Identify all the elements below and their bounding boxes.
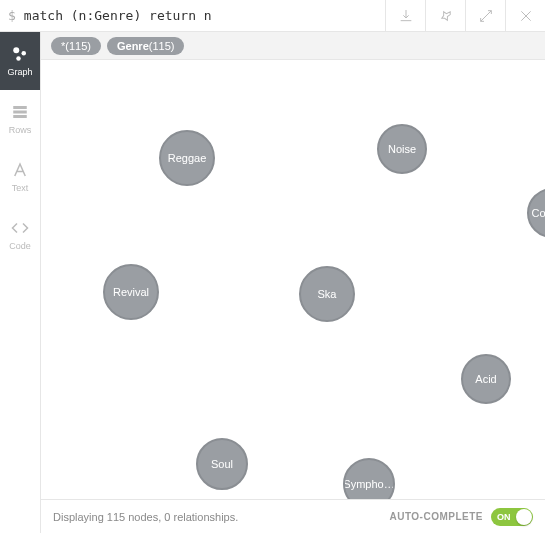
main-area: Graph Rows Text Code *(115) Genre(115) R… — [0, 32, 545, 533]
pin-button[interactable] — [425, 0, 465, 32]
code-icon — [11, 219, 29, 237]
download-button[interactable] — [385, 0, 425, 32]
pill-genre-name: Genre — [117, 40, 149, 52]
footer-bar: Displaying 115 nodes, 0 relationships. A… — [41, 499, 545, 533]
query-bar: $ — [0, 0, 545, 32]
status-text: Displaying 115 nodes, 0 relationships. — [53, 511, 389, 523]
autocomplete-label: AUTO-COMPLETE — [389, 511, 483, 522]
close-icon — [518, 8, 534, 24]
graph-icon — [11, 45, 29, 63]
svg-rect-3 — [13, 106, 27, 109]
toggle-knob — [516, 509, 532, 525]
graph-node-label: Noise — [388, 143, 416, 155]
graph-node[interactable]: Ska — [299, 266, 355, 322]
autocomplete-toggle[interactable]: ON — [491, 508, 533, 526]
graph-node-label: Soul — [211, 458, 233, 470]
pill-all-count: (115) — [65, 40, 91, 52]
graph-node[interactable]: Comedy — [527, 188, 545, 238]
tab-graph[interactable]: Graph — [0, 32, 40, 90]
tab-rows-label: Rows — [9, 125, 32, 135]
expand-icon — [478, 8, 494, 24]
rows-icon — [11, 103, 29, 121]
graph-node[interactable]: Reggae — [159, 130, 215, 186]
graph-node[interactable]: Revival — [103, 264, 159, 320]
query-prompt: $ — [0, 0, 385, 31]
query-input[interactable] — [24, 8, 377, 23]
graph-node[interactable]: Noise — [377, 124, 427, 174]
legend-pill-all[interactable]: *(115) — [51, 37, 101, 55]
content-pane: *(115) Genre(115) ReggaeNoiseComedyReviv… — [40, 32, 545, 533]
graph-node[interactable]: Acid — [461, 354, 511, 404]
svg-point-0 — [13, 47, 19, 53]
tab-text[interactable]: Text — [0, 148, 40, 206]
graph-node-label: Revival — [113, 286, 149, 298]
tab-code-label: Code — [9, 241, 31, 251]
expand-button[interactable] — [465, 0, 505, 32]
tab-rows[interactable]: Rows — [0, 90, 40, 148]
graph-node-label: Sympho… — [343, 478, 394, 490]
legend-pill-genre[interactable]: Genre(115) — [107, 37, 184, 55]
graph-node[interactable]: Sympho… — [343, 458, 395, 499]
graph-canvas[interactable]: ReggaeNoiseComedyRevivalSkaAcidSoulSymph… — [41, 60, 545, 499]
text-icon — [11, 161, 29, 179]
view-tabs: Graph Rows Text Code — [0, 32, 40, 533]
close-button[interactable] — [505, 0, 545, 32]
svg-point-2 — [16, 56, 21, 61]
graph-node-label: Comedy — [532, 207, 545, 219]
legend-bar: *(115) Genre(115) — [41, 32, 545, 60]
graph-node-label: Reggae — [168, 152, 207, 164]
pill-genre-count: (115) — [149, 40, 175, 52]
svg-rect-5 — [13, 115, 27, 118]
prompt-sigil: $ — [8, 8, 16, 23]
graph-node-label: Acid — [475, 373, 496, 385]
svg-rect-4 — [13, 111, 27, 114]
toggle-on-text: ON — [497, 512, 511, 522]
graph-node[interactable]: Soul — [196, 438, 248, 490]
graph-node-label: Ska — [318, 288, 337, 300]
tab-graph-label: Graph — [7, 67, 32, 77]
pin-icon — [438, 8, 454, 24]
tab-text-label: Text — [12, 183, 29, 193]
top-actions — [385, 0, 545, 31]
svg-point-1 — [22, 51, 27, 56]
download-icon — [398, 8, 414, 24]
tab-code[interactable]: Code — [0, 206, 40, 264]
